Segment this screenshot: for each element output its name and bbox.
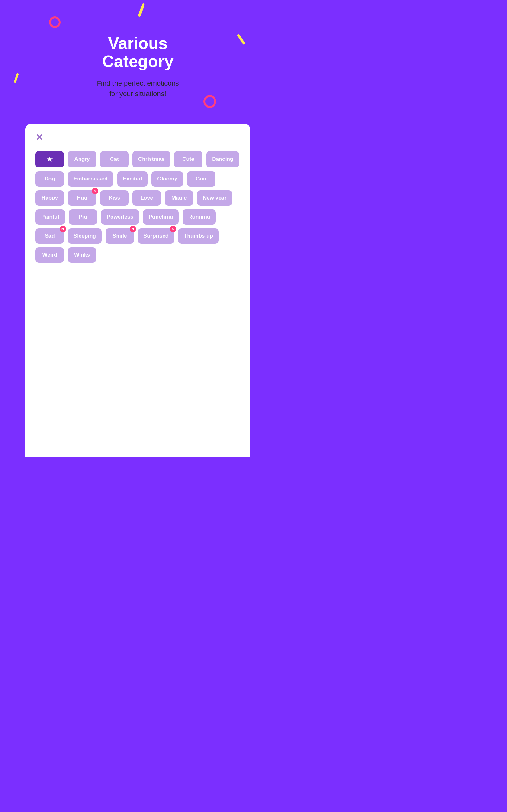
category-btn-weird[interactable]: Weird [36,247,64,263]
category-btn-happy[interactable]: Happy [36,190,64,206]
deco-dash-yellow-left [14,73,19,83]
category-btn-cute[interactable]: Cute [174,151,203,167]
category-label: Sad [45,233,55,239]
category-label: Happy [42,195,58,201]
category-label: Excited [123,176,142,182]
category-label: Dog [44,176,55,182]
category-label: Cute [182,156,194,162]
category-label: Cat [110,156,118,162]
category-btn-thumbsup[interactable]: Thumbs up [178,229,219,244]
new-badge: N [60,226,66,232]
new-badge: N [92,188,98,194]
category-grid: ★AngryCatChristmasCuteDancingDogEmbarras… [36,149,240,263]
category-btn-winks[interactable]: Winks [68,247,96,263]
deco-dash-yellow-top [138,3,145,17]
category-label: Sleeping [73,233,96,239]
category-label: Embarrassed [73,176,108,182]
deco-circle-pink-right [204,95,216,108]
category-btn-gun[interactable]: Gun [187,171,216,187]
category-label: Gloomy [157,176,177,182]
category-btn-painful[interactable]: Painful [36,209,65,224]
category-label: New year [203,195,227,201]
category-btn-smile[interactable]: NSmile [106,229,134,244]
category-btn-sad[interactable]: NSad [36,229,64,244]
hero-section: Various Category Find the perfect emotic… [0,0,276,124]
page-title: Various Category [102,34,173,70]
category-label: Winks [74,252,90,258]
category-label: ★ [47,156,53,163]
category-label: Angry [74,156,90,162]
category-btn-christmas[interactable]: Christmas [132,151,170,167]
category-btn-embarrassed[interactable]: Embarrassed [68,171,113,187]
category-btn-kiss[interactable]: Kiss [100,190,129,206]
category-btn-magic[interactable]: Magic [165,190,193,206]
close-button[interactable]: ✕ [36,133,43,142]
new-badge: N [130,226,136,232]
category-label: Painful [41,214,59,220]
category-label: Smile [112,233,127,239]
deco-circle-pink-top [49,16,60,28]
category-label: Love [140,195,153,201]
category-btn-gloomy[interactable]: Gloomy [152,171,183,187]
category-btn-dancing[interactable]: Dancing [206,151,239,167]
category-btn-angry[interactable]: Angry [68,151,96,167]
category-btn-surprised[interactable]: NSurprised [138,229,174,244]
page-subtitle: Find the perfect emoticons for your situ… [97,78,179,99]
category-label: Weird [43,252,57,258]
category-btn-excited[interactable]: Excited [117,171,148,187]
category-label: Kiss [109,195,120,201]
category-btn-favorites[interactable]: ★ [36,151,64,167]
category-btn-sleeping[interactable]: Sleeping [68,229,102,244]
deco-dash-yellow-topright [237,34,245,45]
new-badge: N [170,226,176,232]
category-label: Powerless [107,214,133,220]
category-label: Punching [149,214,173,220]
category-btn-newyear[interactable]: New year [197,190,232,206]
category-btn-punching[interactable]: Punching [143,209,179,224]
category-btn-running[interactable]: Running [182,209,216,224]
category-label: Pig [78,214,87,220]
category-label: Thumbs up [184,233,213,239]
category-btn-dog[interactable]: Dog [36,171,64,187]
category-label: Hug [77,195,87,201]
category-btn-powerless[interactable]: Powerless [101,209,139,224]
category-label: Magic [171,195,187,201]
category-label: Christmas [138,156,164,162]
category-btn-hug[interactable]: NHug [68,190,96,206]
category-label: Surprised [144,233,169,239]
category-btn-pig[interactable]: Pig [69,209,97,224]
category-label: Running [188,214,210,220]
category-label: Dancing [212,156,233,162]
category-label: Gun [196,176,207,182]
category-btn-love[interactable]: Love [132,190,161,206]
category-card: ✕ ★AngryCatChristmasCuteDancingDogEmbarr… [25,124,250,457]
category-btn-cat[interactable]: Cat [100,151,129,167]
